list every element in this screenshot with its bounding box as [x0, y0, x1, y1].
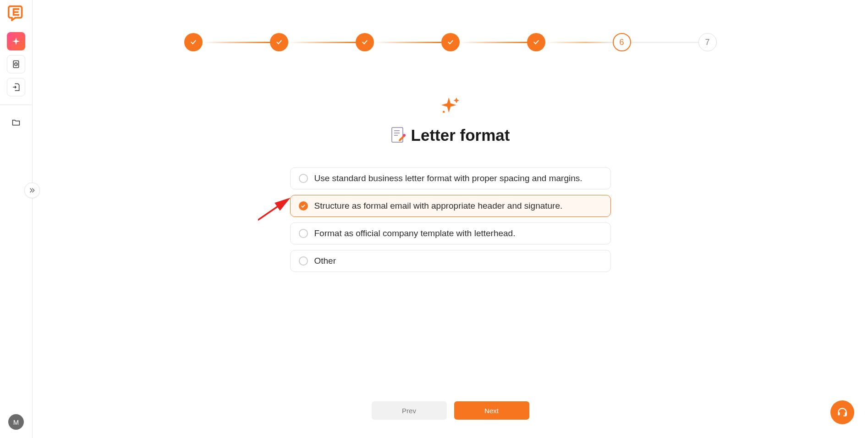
- prev-button[interactable]: Prev: [372, 401, 447, 420]
- option-label: Format as official company template with…: [314, 228, 516, 238]
- option-company-template[interactable]: Format as official company template with…: [290, 222, 611, 244]
- help-button[interactable]: [830, 400, 854, 424]
- nav-history[interactable]: [7, 55, 25, 73]
- sidebar: M: [0, 0, 33, 438]
- svg-line-9: [258, 200, 288, 221]
- nav-divider: [0, 105, 32, 105]
- app-logo[interactable]: [8, 5, 24, 21]
- document-edit-icon: [391, 127, 406, 144]
- history-icon: [11, 60, 21, 69]
- svg-rect-11: [845, 412, 846, 416]
- arrow-annotation: [258, 198, 295, 221]
- wizard-stepper: 6 7: [184, 33, 717, 51]
- connector: [545, 42, 613, 43]
- check-icon: [533, 39, 540, 46]
- check-icon: [190, 39, 197, 46]
- option-other[interactable]: Other: [290, 250, 611, 272]
- header-sparkle-icon: [440, 95, 461, 117]
- option-label: Structure as formal email with appropria…: [314, 201, 563, 211]
- check-icon: [301, 204, 306, 209]
- step-2[interactable]: [270, 33, 288, 51]
- radio-unchecked: [299, 256, 308, 266]
- nav-sparkle[interactable]: [7, 32, 25, 50]
- nav-folder[interactable]: [7, 113, 25, 132]
- step-number: 7: [705, 38, 709, 47]
- step-6[interactable]: 6: [613, 33, 631, 51]
- connector: [203, 42, 270, 43]
- main-content: 6 7 Letter format: [33, 0, 868, 438]
- svg-rect-10: [838, 412, 840, 416]
- import-icon: [11, 83, 21, 92]
- step-7[interactable]: 7: [698, 33, 717, 51]
- radio-unchecked: [299, 174, 308, 183]
- svg-point-7: [403, 134, 406, 137]
- step-3[interactable]: [356, 33, 374, 51]
- nav-import[interactable]: [7, 78, 25, 96]
- check-icon: [447, 39, 454, 46]
- option-standard-business[interactable]: Use standard business letter format with…: [290, 167, 611, 189]
- option-label: Use standard business letter format with…: [314, 173, 582, 183]
- option-label: Other: [314, 256, 336, 266]
- radio-unchecked: [299, 229, 308, 238]
- step-number: 6: [619, 38, 624, 47]
- page-title-row: Letter format: [391, 126, 510, 144]
- next-button[interactable]: Next: [454, 401, 529, 420]
- check-icon: [361, 39, 368, 46]
- page-title-text: Letter format: [411, 126, 510, 144]
- headset-icon: [836, 406, 848, 418]
- check-icon: [275, 39, 283, 46]
- connector: [631, 42, 698, 43]
- sparkle-icon: [11, 37, 21, 46]
- step-1[interactable]: [184, 33, 203, 51]
- connector: [460, 42, 527, 43]
- user-avatar[interactable]: M: [8, 414, 24, 430]
- svg-point-2: [443, 111, 445, 113]
- step-4[interactable]: [441, 33, 460, 51]
- step-5[interactable]: [527, 33, 545, 51]
- option-formal-email[interactable]: Structure as formal email with appropria…: [290, 195, 611, 217]
- footer-actions: Prev Next: [372, 401, 529, 420]
- format-options: Use standard business letter format with…: [290, 167, 611, 272]
- radio-checked: [299, 201, 308, 211]
- connector: [288, 42, 356, 43]
- connector: [374, 42, 441, 43]
- folder-icon: [11, 118, 21, 127]
- avatar-initial: M: [13, 418, 19, 426]
